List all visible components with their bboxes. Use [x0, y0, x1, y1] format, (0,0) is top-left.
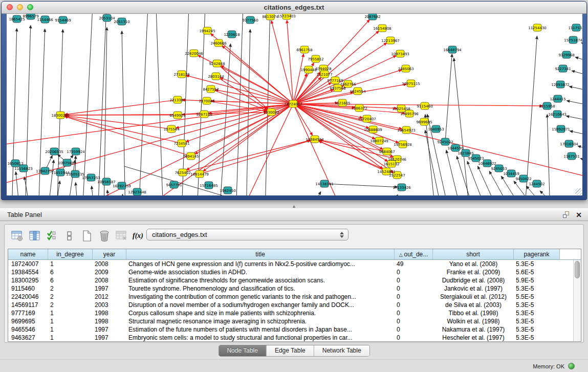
graph-node-label: 9227341	[555, 67, 571, 71]
memory-status-indicator[interactable]	[568, 363, 575, 369]
cell-pagerank: 5.3E-5	[514, 317, 560, 325]
tab-edge-table[interactable]: Edge Table	[267, 345, 314, 356]
graph-node-label: 10973493	[391, 52, 409, 56]
resize-grip-icon[interactable]	[575, 188, 582, 195]
scrollbar-thumb[interactable]	[575, 261, 580, 278]
delete-column-button-disabled	[114, 229, 129, 243]
column-header-name[interactable]: name	[8, 249, 48, 259]
cell-short: Franke et al. (2009)	[433, 268, 514, 276]
cell-year: 2008	[93, 276, 126, 285]
graph-node-label: 7234541	[173, 142, 189, 146]
cell-out-de-: 0	[395, 334, 433, 342]
cell-pagerank: 5.3E-5	[514, 309, 560, 317]
graph-node-label: 7625402	[175, 171, 190, 175]
citation-edge-red	[65, 116, 171, 129]
graph-node-label: 9245033	[491, 167, 507, 171]
graph-node-label: 9115460	[417, 104, 432, 108]
column-header-out-de-[interactable]: △out_de...	[395, 249, 433, 259]
table-header-row: namein_degreeyeartitle△out_de...shortpag…	[8, 249, 581, 260]
cell-year: 2008	[93, 260, 126, 268]
citation-edge-red	[293, 56, 396, 104]
table-row[interactable]: 946362711997Embryonic stem cells: a mode…	[8, 334, 573, 342]
cell-in-degree: 6	[48, 268, 93, 276]
cell-in-degree: 2	[48, 301, 93, 309]
citation-edge-black	[547, 115, 550, 195]
table-row[interactable]: 2242004622012Investigating the contribut…	[8, 293, 573, 301]
table-row[interactable]: 911546021997Tourette syndrome. Phenomeno…	[8, 285, 573, 293]
cell-out-de-: 0	[395, 268, 433, 276]
panel-divider[interactable]: ▲	[0, 201, 588, 208]
graph-node-label: 12975115	[402, 82, 420, 86]
cell-year: 2009	[93, 268, 126, 276]
citation-edge-black	[25, 177, 31, 195]
cell-pagerank: 5.3E-5	[514, 301, 560, 309]
cell-out-de-: 0	[395, 317, 433, 325]
network-window: citations_edges.txt 18724007696175879558…	[1, 1, 587, 200]
graph-node-label: 11156823	[14, 167, 33, 171]
cell-pagerank: 5.6E-5	[514, 268, 560, 276]
citation-edge-black	[16, 172, 20, 195]
cell-name: 18300295	[8, 276, 48, 285]
graph-node-label: 14138141	[315, 182, 334, 186]
citation-edge-black	[182, 14, 189, 195]
select-columns-button[interactable]	[45, 229, 60, 243]
column-header-year[interactable]: year	[93, 249, 126, 259]
column-header-filler	[560, 249, 581, 259]
graph-node-label: 12923448	[128, 190, 146, 194]
table-row[interactable]: 1456911722003Disruption of a novel membe…	[8, 301, 573, 309]
cell-short: Stergiakouli et al. (2012)	[433, 293, 514, 301]
merge-tables-button[interactable]	[62, 229, 77, 243]
citation-network-graph[interactable]: 1872400769617587955812199044867940281121…	[7, 14, 582, 195]
table-panel-header: Table Panel ✕	[0, 208, 588, 221]
graph-node-label: 1044590	[447, 146, 463, 150]
table-panel-title: Table Panel	[7, 209, 42, 221]
column-header-short[interactable]: short	[433, 249, 514, 259]
cell-name: 9777169	[8, 309, 48, 317]
graph-node-label: 19654923	[397, 128, 416, 133]
cell-name: 19384554	[8, 268, 48, 276]
cell-pagerank: 5.3E-5	[514, 325, 560, 334]
network-canvas[interactable]: 1872400769617587955812199044867940281121…	[7, 14, 582, 195]
citation-edge-black	[82, 14, 93, 195]
close-panel-icon[interactable]: ✕	[576, 210, 582, 220]
graph-node-label: 15716485	[200, 184, 218, 188]
citation-edge-red	[211, 89, 267, 111]
float-panel-icon[interactable]	[563, 211, 571, 218]
graph-node-label: 9699695	[416, 120, 432, 124]
node-table: namein_degreeyeartitle△out_de...shortpag…	[8, 249, 581, 342]
window-titlebar[interactable]: citations_edges.txt	[2, 2, 586, 14]
graph-node-label: 1244415	[550, 97, 565, 101]
graph-node-label: 1167531	[563, 155, 579, 159]
graph-node-label: 18300295	[51, 114, 70, 118]
column-visibility-button[interactable]	[27, 229, 42, 243]
graph-node-label: 2087682	[364, 15, 380, 19]
table-row[interactable]: 1830029562008Estimation of significance …	[8, 276, 573, 285]
cell-in-degree: 2	[48, 285, 93, 293]
graph-node-label: 7694145	[183, 155, 199, 159]
graph-node-label: 15751874	[564, 38, 582, 42]
vertical-scrollbar[interactable]	[573, 260, 581, 341]
column-header-in-degree[interactable]: in_degree	[48, 249, 93, 259]
table-settings-button[interactable]	[10, 229, 25, 243]
tab-network-table[interactable]: Network Table	[314, 345, 369, 356]
column-header-pagerank[interactable]: pagerank	[514, 249, 560, 259]
citation-edge-red	[293, 104, 399, 143]
table-row[interactable]: 969969511998Structural magnetic resonanc…	[8, 317, 573, 325]
table-row[interactable]: 946554611997Estimation of the future num…	[8, 325, 573, 334]
table-source-dropdown[interactable]: citations_edges.txt	[146, 229, 349, 240]
delete-table-button[interactable]	[97, 229, 112, 243]
cell-title: Corpus callosum shape and size in male p…	[126, 309, 395, 317]
cell-out-de-: 0	[395, 325, 433, 334]
graph-node-label: 19756928	[394, 143, 412, 147]
table-row[interactable]: 1938455462009Genome-wide association stu…	[8, 268, 573, 276]
graph-node-label: 15720407	[358, 117, 376, 121]
tab-node-table[interactable]: Node Table	[219, 345, 267, 356]
cell-year: 2012	[93, 293, 126, 301]
create-table-button[interactable]	[79, 229, 95, 243]
cell-out-de-: 0	[395, 276, 433, 285]
table-row[interactable]: 977716911998Corpus callosum shape and si…	[8, 309, 573, 317]
graph-node-label: 10446922	[478, 162, 496, 166]
table-row[interactable]: 1872400712008Changes of HCN gene express…	[8, 260, 573, 268]
column-header-title[interactable]: title	[126, 249, 395, 259]
function-builder-button[interactable]: f(x)	[133, 232, 143, 240]
